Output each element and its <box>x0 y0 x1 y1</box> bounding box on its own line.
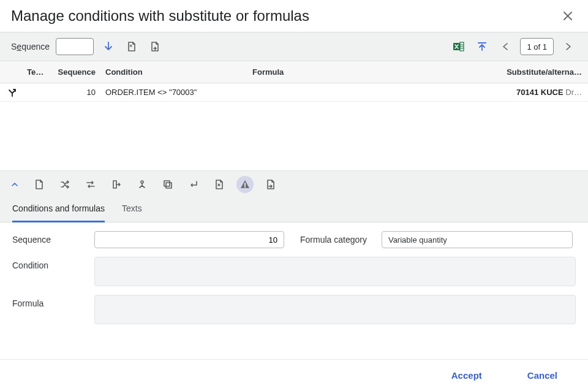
undo-button[interactable] <box>185 176 202 193</box>
branch-icon <box>7 87 18 98</box>
shuffle-button[interactable] <box>56 176 74 193</box>
col-condition-header[interactable]: Condition <box>102 67 249 77</box>
chevron-up-icon <box>10 180 19 189</box>
go-down-button[interactable] <box>100 38 117 55</box>
scroll-top-icon <box>477 41 488 52</box>
tab-texts[interactable]: Texts <box>122 197 142 222</box>
doc-forward-icon <box>149 41 160 52</box>
svg-rect-4 <box>166 183 172 188</box>
cell-substitute: 70141 KUCE Dr… <box>492 88 582 97</box>
conditions-table: Text … Sequence Condition Formula Substi… <box>0 61 588 170</box>
swap-horiz-button[interactable] <box>82 176 99 193</box>
doc-delete-icon <box>214 179 225 190</box>
dialog-title: Manage conditions with substitute or for… <box>11 7 309 25</box>
link-out-icon <box>111 179 122 190</box>
duplicate-icon <box>162 179 173 190</box>
col-formula-header[interactable]: Formula <box>249 67 492 77</box>
chevron-right-icon <box>564 42 573 51</box>
swap-horiz-icon <box>85 179 96 190</box>
accept-button[interactable]: Accept <box>451 370 482 381</box>
top-toolbar: Sequence 1 of 1 <box>0 32 588 61</box>
row-type-icon-cell <box>0 87 24 98</box>
cell-sequence: 10 <box>48 88 102 97</box>
doc-remove-button[interactable] <box>123 38 140 55</box>
col-text-header[interactable]: Text … <box>24 67 48 77</box>
next-page-button[interactable] <box>560 38 577 55</box>
doc-next-button[interactable] <box>262 176 279 193</box>
col-substitute-header[interactable]: Substitute/alterna… <box>492 67 582 77</box>
sequence-filter-input[interactable] <box>56 38 94 55</box>
warning-icon <box>239 179 251 190</box>
close-icon <box>563 11 573 21</box>
collapse-detail-button[interactable] <box>7 177 22 192</box>
document-icon <box>34 179 45 190</box>
node-button[interactable] <box>134 176 151 193</box>
return-icon <box>188 179 199 190</box>
excel-icon <box>453 40 465 53</box>
condition-field[interactable] <box>94 257 576 286</box>
table-row[interactable]: 10 ORDER.ITEM <> "70003" 70141 KUCE Dr… <box>0 83 588 102</box>
sequence-field-label: Sequence <box>12 231 94 245</box>
svg-rect-3 <box>164 181 170 186</box>
link-out-button[interactable] <box>108 176 125 193</box>
shuffle-icon <box>59 179 70 190</box>
table-header: Text … Sequence Condition Formula Substi… <box>0 61 588 83</box>
detail-form: Sequence Formula category Condition Form… <box>0 222 588 347</box>
condition-field-label: Condition <box>12 257 94 270</box>
page-indicator[interactable]: 1 of 1 <box>520 38 554 55</box>
close-button[interactable] <box>560 8 576 24</box>
sequence-field[interactable] <box>94 231 284 248</box>
doc-forward-button[interactable] <box>146 38 164 55</box>
sequence-label: Sequence <box>11 42 50 51</box>
scroll-top-button[interactable] <box>473 38 491 55</box>
duplicate-button[interactable] <box>159 176 176 193</box>
arrow-down-icon <box>103 41 114 52</box>
col-sequence-header[interactable]: Sequence <box>48 67 102 77</box>
new-button[interactable] <box>31 176 48 193</box>
formula-field-label: Formula <box>12 295 94 308</box>
detail-toolbar <box>0 170 588 197</box>
formula-field[interactable] <box>94 295 576 324</box>
formula-category-field[interactable] <box>382 231 573 248</box>
dialog-footer: Accept Cancel <box>0 359 588 391</box>
cancel-button[interactable]: Cancel <box>527 370 557 381</box>
export-excel-button[interactable] <box>450 38 467 55</box>
doc-remove-icon <box>126 41 137 52</box>
doc-delete-button[interactable] <box>211 176 228 193</box>
formula-category-label: Formula category <box>300 235 367 245</box>
prev-page-button[interactable] <box>497 38 514 55</box>
tab-conditions-and-formulas[interactable]: Conditions and formulas <box>12 197 105 222</box>
cell-condition: ORDER.ITEM <> "70003" <box>102 88 249 97</box>
tab-bar: Conditions and formulas Texts <box>0 197 588 222</box>
node-icon <box>137 179 148 190</box>
chevron-left-icon <box>501 42 510 51</box>
doc-next-icon <box>265 179 276 190</box>
warning-button[interactable] <box>236 176 254 193</box>
